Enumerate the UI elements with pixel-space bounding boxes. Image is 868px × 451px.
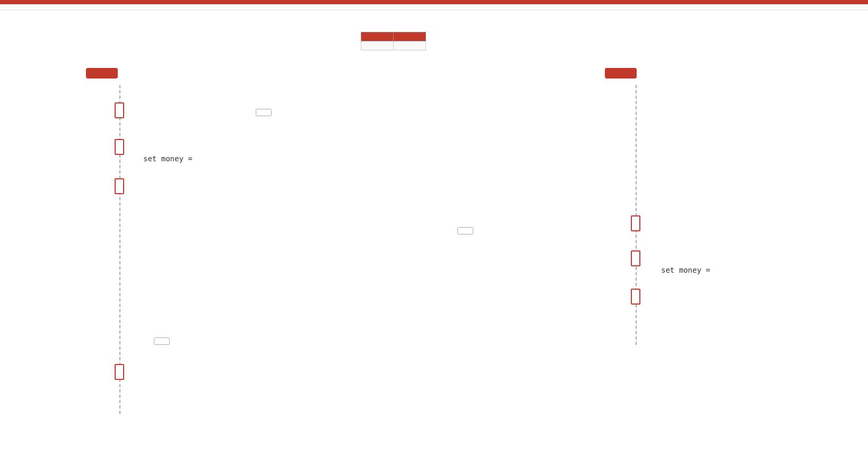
tx2-step1-marker — [631, 215, 640, 231]
tx2-box — [605, 68, 637, 79]
tx2-step2-marker — [631, 250, 640, 266]
header-bar — [0, 0, 868, 4]
tx1-box — [86, 68, 118, 79]
tx1-step2-marker — [115, 139, 124, 155]
tx2-dashed-line — [636, 85, 637, 345]
db-col-id — [361, 32, 394, 41]
rollback-snapshot-box — [154, 337, 170, 345]
tx2-step2-code: set money = — [661, 265, 710, 274]
tx1-step2-code: set money = — [143, 154, 193, 163]
tx2-step3-marker — [631, 289, 640, 305]
tx1-snapshot1-box — [256, 109, 272, 116]
tx1-step3-marker — [115, 178, 124, 194]
db-col-money — [394, 32, 426, 41]
tx1-step1-marker — [115, 102, 124, 118]
db-table — [361, 32, 426, 50]
rollback-marker — [115, 364, 124, 380]
top-divider — [0, 10, 868, 10]
tx2-snapshot1-box — [457, 227, 473, 235]
db-row-id — [361, 41, 394, 50]
db-row-money — [394, 41, 426, 50]
